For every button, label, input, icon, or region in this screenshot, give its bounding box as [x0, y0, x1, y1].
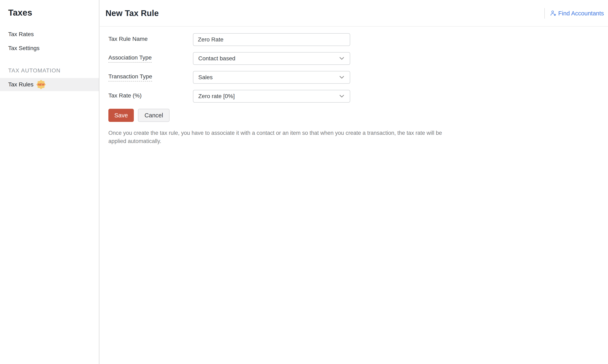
sidebar-item-tax-rates[interactable]: Tax Rates — [0, 27, 99, 41]
sidebar-item-label: Tax Rules — [8, 81, 33, 88]
find-accountants-icon — [550, 10, 556, 16]
cancel-button[interactable]: Cancel — [138, 109, 170, 122]
chevron-down-icon — [340, 57, 344, 60]
save-button[interactable]: Save — [108, 109, 134, 122]
find-accountants-label: Find Accountants — [558, 10, 604, 17]
form-row-transaction-type: Transaction Type Sales — [108, 71, 608, 84]
sidebar-nav: Tax Rates Tax Settings TAX AUTOMATION Ta… — [0, 27, 99, 91]
association-type-label: Association Type — [108, 54, 152, 63]
chevron-down-icon — [340, 76, 344, 79]
transaction-type-value: Sales — [198, 74, 213, 81]
form-help-text: Once you create the tax rule, you have t… — [108, 129, 449, 145]
header-right: Find Accountants — [544, 0, 604, 27]
sidebar-section-tax-automation: TAX AUTOMATION — [0, 68, 99, 73]
chevron-down-icon — [340, 95, 344, 98]
label-col: Transaction Type — [108, 73, 193, 81]
association-type-value: Contact based — [198, 55, 236, 62]
sidebar-item-tax-settings[interactable]: Tax Settings — [0, 41, 99, 55]
tax-rule-name-label: Tax Rule Name — [108, 36, 148, 43]
tax-rate-label: Tax Rate (%) — [108, 92, 142, 100]
form-buttons: Save Cancel — [108, 109, 608, 122]
transaction-type-label: Transaction Type — [108, 73, 152, 81]
sidebar-item-tax-rules[interactable]: Tax Rules NEW — [0, 78, 99, 91]
form-row-association-type: Association Type Contact based — [108, 52, 608, 65]
tax-rate-select[interactable]: Zero rate [0%] — [193, 90, 350, 103]
tax-rule-name-input[interactable] — [193, 33, 350, 46]
transaction-type-select[interactable]: Sales — [193, 71, 350, 84]
new-tax-rule-form: Tax Rule Name Association Type Contact b… — [100, 27, 608, 145]
find-accountants-link[interactable]: Find Accountants — [550, 10, 604, 17]
page-title: New Tax Rule — [100, 9, 159, 18]
label-col: Tax Rule Name — [108, 36, 193, 43]
association-type-select[interactable]: Contact based — [193, 52, 350, 65]
main-panel: New Tax Rule Find Accountants Tax Rule N… — [100, 0, 608, 145]
page-header: New Tax Rule Find Accountants — [100, 0, 608, 27]
header-divider — [544, 8, 545, 19]
taxes-sidebar: Taxes Tax Rates Tax Settings TAX AUTOMAT… — [0, 0, 99, 364]
tax-rate-value: Zero rate [0%] — [198, 93, 235, 100]
label-col: Tax Rate (%) — [108, 92, 193, 100]
form-row-tax-rule-name: Tax Rule Name — [108, 33, 608, 46]
sidebar-title: Taxes — [0, 0, 99, 18]
new-badge: NEW — [36, 80, 46, 89]
form-row-tax-rate: Tax Rate (%) Zero rate [0%] — [108, 90, 608, 103]
label-col: Association Type — [108, 54, 193, 63]
